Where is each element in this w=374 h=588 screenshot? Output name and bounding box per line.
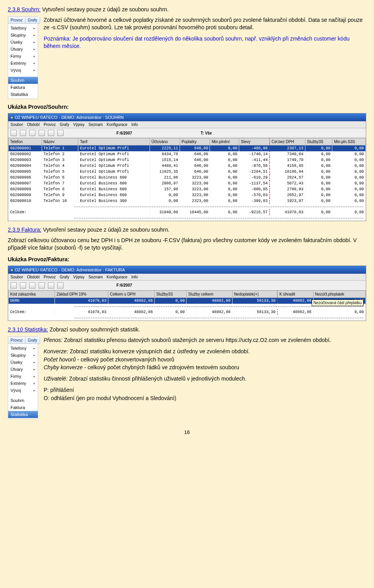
toolbar-button[interactable] [29,282,35,289]
table-cell: 2986,97 [150,181,180,186]
table-cell: Eurotel Business 600 [78,186,150,192]
sidebar-item[interactable]: Útvary▸ [8,46,38,53]
column-header[interactable]: Služby3S [305,138,332,145]
table-row[interactable]: 602000004Telefon 4Eurotel Optimum Profi4… [9,163,366,169]
toolbar-button[interactable] [29,130,35,136]
menubar[interactable]: SouborObdobíProvozGrafyVýpisySeznamKonfi… [8,274,366,281]
tab-provoz[interactable]: Provoz [8,17,25,24]
table-row[interactable]: 602000009Telefon 9Eurotel Business 6000,… [9,192,366,198]
toolbar-button[interactable] [39,130,45,136]
toolbar-button[interactable] [20,282,26,289]
label-prenos: Přenos: [44,337,62,343]
menu-item[interactable]: Období [27,275,40,279]
column-header[interactable]: Celkem s DPH [108,290,155,298]
table-row[interactable]: 602000003Telefon 3Eurotel Optimum Profi1… [9,157,366,163]
sidebar-item[interactable]: Úseky▸ [8,359,38,366]
tab-grafy[interactable]: Grafy [25,337,40,344]
column-header[interactable]: Kód zákazníka [9,290,55,298]
table-row[interactable]: 602000007Telefon 7Eurotel Business 60029… [9,181,366,186]
column-header[interactable]: Název [42,138,78,145]
sidebar-item[interactable]: Souhrn [8,77,38,84]
sidebar-item[interactable]: Extrémy▸ [8,380,38,387]
column-header[interactable]: Nezúčt.přeplatek [313,290,365,298]
tooltip-nezuct: Nezúčtovaná část přeplatku [312,299,363,306]
menu-item[interactable]: Konfigurace [107,275,127,279]
menu-item[interactable]: Konfigurace [107,122,127,127]
table-row[interactable]: 602000002Telefon 2Eurotel Optimum Profi8… [9,151,366,157]
menu-item[interactable]: Grafy [60,275,69,279]
sidebar-item[interactable]: Skupiny▸ [8,352,38,359]
column-header[interactable]: Nedoplatek(+) [232,290,277,298]
menu-item[interactable]: Info [131,122,138,127]
table-cell: 157,98 [150,186,180,192]
toolbar-button[interactable] [57,282,64,289]
column-header[interactable]: Tarif [78,138,150,145]
sidebar-item[interactable]: Vývoj▸ [8,67,38,74]
menu-item[interactable]: Provoz [44,275,56,279]
period-field[interactable]: F:6/2007 [116,283,132,287]
column-header[interactable]: Základ DPH 19% [55,290,108,298]
table-cell: Telefon 9 [42,192,78,198]
sidebar-item-label: Úseky [11,40,23,44]
tab-grafy[interactable]: Grafy [25,17,40,24]
menu-item[interactable]: Seznam [88,122,103,127]
total-cell: 48882,86 [187,309,232,315]
table-cell: 2652,97 [270,192,305,198]
sidebar-item[interactable]: Úseky▸ [8,39,38,46]
menubar[interactable]: SouborObdobíProvozGrafyVýpisySeznamKonfi… [8,121,366,128]
sidebar-item[interactable]: Extrémy▸ [8,60,38,67]
menu-item[interactable]: Výpisy [73,122,85,127]
sidebar-item[interactable]: Vývoj▸ [8,387,38,394]
column-header[interactable]: Min.pln.S3S [332,138,366,145]
menu-item[interactable]: Výpisy [73,275,85,279]
toolbar-button[interactable] [11,282,17,289]
column-header[interactable]: Účtováno [150,138,180,145]
table-row[interactable]: 602000010Telefon 10Eurotel Business 3000… [9,198,366,204]
menu-item[interactable]: Soubor [11,122,23,127]
sidebar-item[interactable]: Telefony▸ [8,345,38,352]
table-row[interactable]: 602000006Telefon 6Eurotel Business 60021… [9,175,366,181]
toolbar-button[interactable] [48,130,54,136]
column-header[interactable]: Poplatky [180,138,210,145]
column-header[interactable]: Telefon [9,138,42,145]
toolbar-button[interactable] [57,130,64,136]
table-row[interactable]: 602000005Telefon 5Eurotel Optimum Profi1… [9,169,366,175]
sidebar-item[interactable]: Faktura [8,404,38,411]
label-pocet: Počet hovorů [44,356,76,363]
table-cell: Telefon 5 [42,169,78,175]
table-row[interactable]: 602000008Telefon 8Eurotel Business 60015… [9,186,366,192]
sidebar-item[interactable]: Telefony▸ [8,25,38,32]
menu-item[interactable]: Období [27,122,40,127]
column-header[interactable]: Slevy [239,138,270,145]
toolbar-button[interactable] [39,282,45,289]
sidebar-item-label: Skupiny [11,353,26,358]
sidebar-item[interactable]: Faktura [8,84,38,91]
menu-item[interactable]: Info [131,275,138,279]
table-row[interactable]: 602000001Telefon 1Eurotel Optimum Profi2… [9,145,366,152]
sidebar-item[interactable]: Útvary▸ [8,366,38,373]
table-cell: 0,00 [210,186,239,192]
souhrn-titlebar: ● O2 WINPEU ©ATECO - DEMO: Administrátor… [8,113,366,121]
sidebar-item[interactable]: Firmy▸ [8,373,38,380]
menu-item[interactable]: Soubor [11,275,23,279]
column-header[interactable]: K úhradě [277,290,313,298]
sidebar-item[interactable]: Skupiny▸ [8,32,38,39]
column-header[interactable]: Služby celkem [187,290,232,298]
sidebar-item[interactable]: Firmy▸ [8,53,38,60]
sidebar-item[interactable]: Statistika [8,91,38,98]
menu-item[interactable]: Seznam [88,275,103,279]
period-field[interactable]: F:6/2007 [116,131,132,135]
menu-item[interactable]: Grafy [60,122,69,127]
column-header[interactable]: Min.plnění [210,138,239,145]
menu-item[interactable]: Provoz [44,122,56,127]
toolbar-button[interactable] [20,130,26,136]
t-field[interactable]: T: Vše [201,131,212,135]
table-cell: 0,00 [210,175,239,181]
toolbar-button[interactable] [11,130,17,136]
column-header[interactable]: Cel.bez DPH [270,138,305,145]
sidebar-item[interactable]: Souhrn [8,397,38,404]
sidebar-item[interactable]: Statistika [8,411,38,418]
column-header[interactable]: Služby3S [155,290,187,298]
toolbar-button[interactable] [48,282,54,289]
tab-provoz[interactable]: Provoz [8,337,25,344]
